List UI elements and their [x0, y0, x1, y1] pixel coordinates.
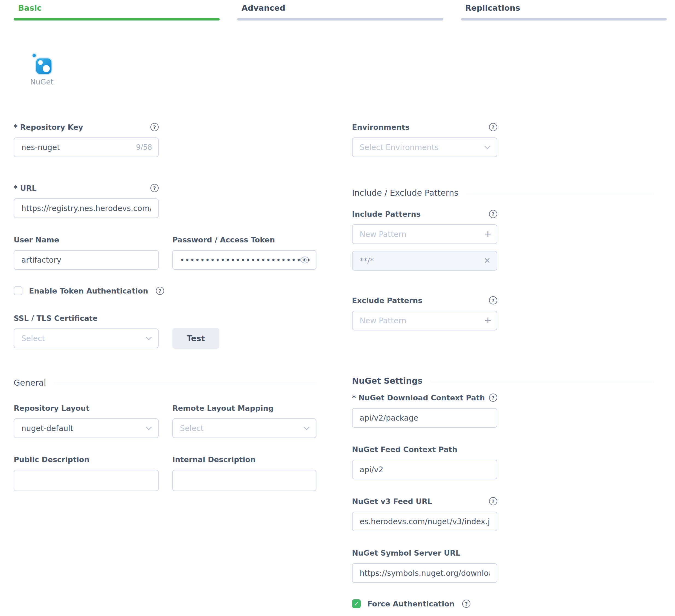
field-user-name: User Name [14, 234, 159, 270]
enable-token-auth-checkbox[interactable] [14, 286, 22, 295]
symbol-server-url-label: NuGet Symbol Server URL [352, 549, 460, 557]
section-divider [466, 193, 654, 193]
field-repository-layout: Repository Layout nuget-default [14, 403, 159, 438]
remove-include-pattern-button[interactable]: ✕ [484, 257, 491, 265]
environments-select[interactable]: Select Environments [352, 138, 497, 157]
symbol-server-url-input[interactable] [352, 563, 497, 583]
environments-placeholder: Select Environments [360, 143, 439, 152]
field-feed-context-path: NuGet Feed Context Path [352, 444, 497, 479]
general-section-title: General [14, 378, 46, 387]
exclude-patterns-help-icon[interactable]: ? [489, 296, 497, 304]
field-remote-layout-mapping: Remote Layout Mapping Select [172, 403, 316, 438]
repository-layout-value: nuget-default [21, 424, 73, 433]
password-input[interactable] [172, 250, 316, 270]
include-patterns-label: Include Patterns [352, 210, 421, 218]
v3-feed-url-label: NuGet v3 Feed URL [352, 497, 432, 506]
url-input[interactable] [14, 198, 159, 218]
user-name-label: User Name [14, 236, 59, 244]
include-pattern-input[interactable] [352, 225, 497, 244]
repository-layout-select[interactable]: nuget-default [14, 418, 159, 438]
enable-token-auth-row: Enable Token Authentication ? [14, 286, 164, 295]
url-label: * URL [14, 184, 36, 192]
password-label: Password / Access Token [172, 236, 275, 244]
patterns-section-header: Include / Exclude Patterns [352, 188, 654, 198]
nuget-logo-icon [31, 53, 53, 75]
add-exclude-pattern-button[interactable]: + [484, 315, 491, 326]
chevron-down-icon [146, 424, 152, 430]
ssl-certificate-label: SSL / TLS Certificate [14, 314, 98, 323]
remote-layout-mapping-select[interactable]: Select [172, 418, 316, 438]
include-pattern-value: **/* [360, 256, 374, 265]
remote-layout-mapping-placeholder: Select [180, 424, 204, 433]
show-password-eye-icon[interactable] [299, 256, 310, 264]
field-ssl-certificate: SSL / TLS Certificate Select [14, 313, 159, 348]
user-name-input[interactable] [14, 250, 159, 270]
chevron-down-icon [304, 424, 310, 430]
repository-key-help-icon[interactable]: ? [150, 123, 159, 131]
force-authentication-checkbox[interactable]: ✓ [352, 599, 361, 608]
v3-feed-url-help-icon[interactable]: ? [489, 497, 497, 505]
field-repository-key: * Repository Key ? 9/58 [14, 121, 159, 157]
field-v3-feed-url: NuGet v3 Feed URL ? [352, 496, 497, 531]
include-patterns-help-icon[interactable]: ? [489, 210, 497, 218]
internal-description-label: Internal Description [172, 455, 256, 464]
section-divider [54, 382, 317, 383]
remote-layout-mapping-label: Remote Layout Mapping [172, 404, 274, 413]
package-type-label: NuGet [27, 78, 57, 86]
section-divider [430, 381, 654, 381]
nuget-settings-section-title: NuGet Settings [352, 376, 423, 385]
v3-feed-url-input[interactable] [352, 512, 497, 531]
feed-context-path-label: NuGet Feed Context Path [352, 445, 457, 454]
field-password: Password / Access Token [172, 234, 316, 270]
force-authentication-row: ✓ Force Authentication ? [352, 599, 470, 608]
add-include-pattern-button[interactable]: + [484, 229, 491, 240]
ssl-certificate-select[interactable]: Select [14, 329, 159, 348]
nuget-settings-section-header: NuGet Settings [352, 376, 654, 385]
patterns-section-title: Include / Exclude Patterns [352, 188, 458, 198]
field-public-description: Public Description [14, 454, 159, 491]
repository-key-counter: 9/58 [136, 143, 152, 151]
repository-key-label: * Repository Key [14, 123, 83, 131]
public-description-label: Public Description [14, 455, 89, 464]
field-url: * URL ? [14, 183, 159, 218]
enable-token-auth-help-icon[interactable]: ? [156, 287, 164, 295]
package-type: NuGet [27, 53, 57, 86]
include-pattern-item: **/* ✕ [352, 251, 497, 271]
download-context-path-input[interactable] [352, 408, 497, 428]
public-description-textarea[interactable] [14, 470, 159, 491]
repository-settings-page: Basic Advanced Replications [0, 0, 675, 616]
field-exclude-patterns: Exclude Patterns ? + [352, 295, 497, 330]
field-symbol-server-url: NuGet Symbol Server URL [352, 547, 497, 583]
exclude-patterns-label: Exclude Patterns [352, 296, 422, 305]
download-context-path-label: * NuGet Download Context Path [352, 393, 485, 402]
url-help-icon[interactable]: ? [150, 184, 159, 192]
force-authentication-label: Force Authentication [367, 600, 455, 608]
field-download-context-path: * NuGet Download Context Path ? [352, 392, 497, 428]
field-internal-description: Internal Description [172, 454, 316, 491]
environments-help-icon[interactable]: ? [489, 123, 497, 131]
environments-label: Environments [352, 123, 409, 131]
exclude-pattern-input[interactable] [352, 311, 497, 330]
test-button[interactable]: Test [172, 328, 219, 349]
repository-layout-label: Repository Layout [14, 404, 89, 413]
field-include-patterns: Include Patterns ? + **/* ✕ [352, 208, 497, 271]
chevron-down-icon [146, 334, 152, 340]
enable-token-auth-label: Enable Token Authentication [29, 287, 148, 295]
force-authentication-help-icon[interactable]: ? [462, 600, 470, 608]
right-column: Environments ? Select Environments Inclu… [352, 0, 654, 616]
left-column: NuGet * Repository Key ? 9/58 * URL ? [14, 0, 317, 616]
feed-context-path-input[interactable] [352, 460, 497, 479]
ssl-certificate-placeholder: Select [21, 334, 45, 343]
download-context-path-help-icon[interactable]: ? [489, 393, 497, 402]
field-environments: Environments ? Select Environments [352, 121, 497, 157]
general-section-header: General [14, 378, 317, 387]
chevron-down-icon [484, 143, 491, 149]
internal-description-textarea[interactable] [172, 470, 316, 491]
